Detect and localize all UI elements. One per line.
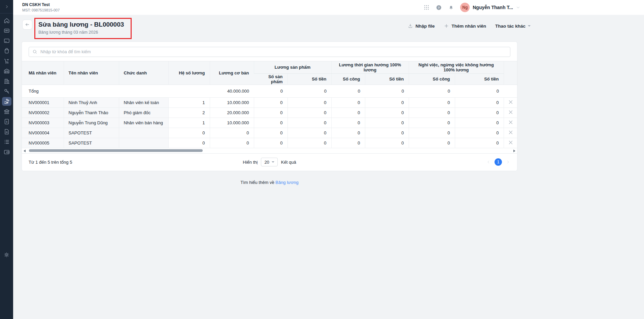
sidebar-item-pos[interactable] [2, 26, 11, 35]
delete-row-button[interactable] [504, 128, 517, 138]
delete-row-button[interactable] [504, 97, 517, 107]
cell-value[interactable]: 0 [287, 138, 331, 148]
sidebar-item-purchase[interactable] [2, 57, 11, 65]
cell-base-salary[interactable]: 0 [210, 128, 254, 138]
total-row: Tổng 40.000.000 0 0 0 0 0 0 [22, 85, 517, 97]
bell-icon [448, 4, 454, 10]
scrollbar-thumb[interactable] [29, 149, 203, 152]
prev-page-button[interactable] [486, 160, 491, 164]
sidebar-item-bank[interactable] [2, 107, 11, 116]
cell-value[interactable]: 0 [455, 118, 504, 128]
cell-value[interactable]: 0 [365, 138, 409, 148]
cell-base-salary[interactable]: 10.000.000 [210, 118, 254, 128]
cell-value[interactable]: 0 [254, 138, 287, 148]
sub-header-time-days: Số công [331, 73, 365, 85]
cell-salary-coefficient[interactable]: 1 [168, 118, 210, 128]
cell-value[interactable]: 0 [254, 118, 287, 128]
apps-grid-icon [423, 4, 430, 10]
cell-value[interactable]: 0 [409, 107, 455, 118]
sidebar-item-warehouse[interactable] [2, 67, 11, 75]
download-icon [408, 23, 413, 29]
cell-value[interactable]: 0 [331, 118, 365, 128]
cell-value[interactable]: 0 [331, 97, 365, 107]
more-actions-button[interactable]: Thao tác khác [495, 24, 531, 29]
cell-salary-coefficient[interactable]: 1 [168, 97, 210, 107]
avatar: Ng [460, 3, 470, 12]
learn-more-link[interactable]: Bảng lương [275, 180, 299, 185]
annotation-highlight-box: Sửa bảng lương - BL000003 Bảng lương thá… [34, 18, 132, 39]
sidebar-item-cashbook[interactable]: $ [2, 117, 11, 126]
cell-value[interactable]: 0 [254, 97, 287, 107]
cell-value[interactable]: 0 [365, 128, 409, 138]
cell-salary-coefficient[interactable]: 0 [168, 128, 210, 138]
help-button[interactable]: ? [436, 4, 442, 11]
total-value: 0 [331, 85, 365, 97]
search-input[interactable] [40, 49, 507, 54]
sidebar-expand-button[interactable] [0, 0, 13, 13]
col-header-employee-name: Tên nhân viên [64, 61, 119, 85]
sidebar-item-home[interactable] [2, 16, 11, 25]
cell-value[interactable]: 0 [365, 118, 409, 128]
cell-base-salary[interactable]: 10.000.000 [210, 97, 254, 107]
cell-value[interactable]: 0 [365, 97, 409, 107]
scroll-right-arrow-icon[interactable] [513, 150, 515, 152]
sidebar-item-payroll[interactable] [2, 97, 11, 106]
scroll-left-arrow-icon[interactable] [24, 150, 26, 152]
cell-value[interactable]: 0 [287, 128, 331, 138]
delete-row-button[interactable] [504, 118, 517, 128]
page-number-current[interactable]: 1 [495, 158, 502, 166]
cell-value[interactable]: 0 [287, 107, 331, 118]
delete-row-button[interactable] [504, 107, 517, 118]
sidebar-item-utilities[interactable] [2, 87, 11, 96]
cell-salary-coefficient[interactable]: 2 [168, 107, 210, 118]
total-value: 0 [254, 85, 287, 97]
group-header-time-salary: Lương thời gian hưởng 100% lương [331, 61, 409, 73]
cell-value[interactable]: 0 [455, 128, 504, 138]
sidebar-item-settings[interactable] [2, 250, 11, 259]
settings-gear-icon [3, 252, 10, 258]
sidebar-item-products[interactable] [2, 46, 11, 55]
sidebar-item-reports[interactable] [2, 127, 11, 136]
hand-coins-icon [3, 98, 10, 105]
apps-grid-button[interactable] [423, 4, 430, 10]
add-employee-button[interactable]: Thêm nhân viên [444, 23, 486, 29]
cell-base-salary[interactable]: 0 [210, 138, 254, 148]
delete-row-button[interactable] [504, 138, 517, 148]
cell-value[interactable]: 0 [365, 107, 409, 118]
cell-value[interactable]: 0 [331, 107, 365, 118]
sidebar-item-wallet[interactable] [2, 148, 11, 156]
sidebar-item-menu-list[interactable] [2, 137, 11, 146]
cell-salary-coefficient[interactable]: 0 [168, 138, 210, 148]
import-file-button[interactable]: Nhập file [408, 23, 435, 29]
cell-value[interactable]: 0 [254, 128, 287, 138]
search-box [29, 47, 510, 57]
company-name: DN CSKH Test [22, 2, 60, 8]
back-button[interactable] [22, 20, 32, 30]
cell-employee-code: NV000003 [22, 118, 64, 128]
notifications-button[interactable] [448, 4, 454, 10]
cell-value[interactable]: 0 [287, 97, 331, 107]
cell-value[interactable]: 0 [455, 138, 504, 148]
page-size-select[interactable]: 20 [261, 158, 277, 166]
arrow-left-icon [25, 22, 30, 27]
cell-value[interactable]: 0 [455, 97, 504, 107]
cell-value[interactable]: 0 [409, 128, 455, 138]
cell-value[interactable]: 0 [409, 138, 455, 148]
col-header-salary-coefficient: Hệ số lương [168, 61, 210, 85]
group-header-unpaid-leave: Nghỉ việc, ngừng việc không hưởng 100% l… [409, 61, 504, 73]
user-menu[interactable]: Ng Nguyễn Thanh T... [460, 3, 520, 12]
cell-value[interactable]: 0 [455, 107, 504, 118]
cell-base-salary[interactable]: 20.000.000 [210, 107, 254, 118]
table-row: NV000002Nguyễn Thanh ThảoPhó giám đốc220… [22, 107, 517, 118]
next-page-button[interactable] [506, 160, 510, 164]
sidebar-item-branches[interactable] [2, 77, 11, 86]
sidebar-item-payments[interactable] [2, 36, 11, 45]
cell-value[interactable]: 0 [287, 118, 331, 128]
cell-value[interactable]: 0 [331, 138, 365, 148]
cell-value[interactable]: 0 [409, 118, 455, 128]
close-icon [509, 130, 513, 134]
cell-value[interactable]: 0 [409, 97, 455, 107]
sub-header-product-amount: Số tiền [287, 73, 331, 85]
cell-value[interactable]: 0 [331, 128, 365, 138]
cell-value[interactable]: 0 [254, 107, 287, 118]
